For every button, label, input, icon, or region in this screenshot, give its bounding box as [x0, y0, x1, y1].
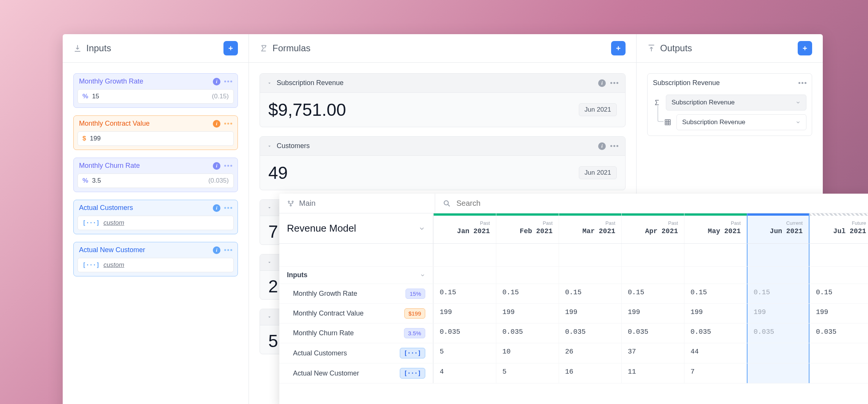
formula-date[interactable]: Jun 2021: [579, 103, 617, 116]
time-phase: Future: [816, 220, 866, 226]
formula-header[interactable]: Customers i: [260, 137, 625, 156]
search-bar[interactable]: [435, 194, 868, 213]
info-icon[interactable]: i: [598, 79, 606, 87]
row-label-cell[interactable]: Monthly Contract Value $199: [279, 304, 433, 323]
input-field[interactable]: [···] custom: [78, 216, 234, 230]
output-formula-select[interactable]: Subscription Revenue: [666, 95, 806, 110]
input-field[interactable]: $ 199: [78, 131, 234, 146]
more-icon[interactable]: [610, 82, 618, 84]
data-cell[interactable]: [747, 363, 809, 383]
data-cell[interactable]: 0.15: [496, 284, 559, 303]
data-cell[interactable]: 199: [559, 304, 621, 323]
data-cell[interactable]: 0.15: [433, 284, 496, 303]
data-cell[interactable]: 5: [496, 363, 559, 383]
add-output-button[interactable]: [798, 41, 812, 55]
info-icon[interactable]: i: [213, 120, 220, 128]
data-cell[interactable]: 0.15: [809, 284, 868, 303]
data-cell[interactable]: 0.15: [684, 284, 747, 303]
info-icon[interactable]: i: [598, 142, 606, 150]
data-cell[interactable]: 0.15: [621, 284, 684, 303]
formula-header[interactable]: Subscription Revenue i: [260, 74, 625, 93]
data-cell[interactable]: 4: [433, 363, 496, 383]
data-cell[interactable]: 199: [684, 304, 747, 323]
breadcrumb[interactable]: Main: [279, 194, 435, 213]
row-label-cell[interactable]: Actual Customers [···]: [279, 343, 433, 363]
data-cell[interactable]: 0.035: [809, 324, 868, 343]
data-cell[interactable]: 11: [621, 363, 684, 383]
data-cell[interactable]: 0.035: [747, 324, 809, 343]
info-icon[interactable]: i: [213, 78, 220, 85]
row-label-cell[interactable]: Actual New Customer [···]: [279, 363, 433, 383]
time-column-header[interactable]: Past Feb 2021: [496, 213, 559, 243]
inputs-header: Inputs: [63, 34, 249, 63]
data-cell[interactable]: 7: [684, 363, 747, 383]
section-inputs[interactable]: Inputs: [279, 267, 433, 284]
data-cell[interactable]: 199: [747, 304, 809, 323]
data-cell[interactable]: 199: [433, 304, 496, 323]
add-input-button[interactable]: [223, 41, 238, 55]
input-field[interactable]: [···] custom: [78, 258, 234, 272]
data-cell[interactable]: 0.035: [433, 324, 496, 343]
row-badge: [···]: [400, 348, 425, 358]
input-value[interactable]: 3.5: [92, 177, 204, 185]
data-cell[interactable]: 16: [559, 363, 621, 383]
output-more-icon[interactable]: [798, 82, 806, 84]
data-cell[interactable]: 0.035: [496, 324, 559, 343]
data-cell[interactable]: 199: [496, 304, 559, 323]
data-cell[interactable]: [809, 343, 868, 363]
formula-date[interactable]: Jun 2021: [579, 166, 617, 179]
more-icon[interactable]: [224, 123, 232, 125]
info-icon[interactable]: i: [213, 162, 220, 170]
data-cell[interactable]: 199: [809, 304, 868, 323]
add-formula-button[interactable]: [611, 41, 626, 55]
data-cell[interactable]: 0.035: [621, 324, 684, 343]
more-icon[interactable]: [224, 80, 232, 82]
info-icon[interactable]: i: [213, 246, 220, 254]
spacer-cell: [621, 244, 684, 266]
data-cell[interactable]: 0.15: [559, 284, 621, 303]
output-table-select[interactable]: Subscription Revenue: [676, 114, 806, 130]
spacer-cell: [559, 244, 621, 266]
data-cell[interactable]: 5: [433, 343, 496, 363]
row-label-cell[interactable]: Monthly Growth Rate 15%: [279, 284, 433, 303]
time-column-header[interactable]: Past Apr 2021: [621, 213, 684, 243]
data-cell[interactable]: 26: [559, 343, 621, 363]
data-row: Actual New Customer [···] 4516117: [279, 363, 868, 383]
data-cell[interactable]: 0.035: [559, 324, 621, 343]
search-input[interactable]: [456, 199, 865, 208]
input-value[interactable]: custom: [103, 219, 124, 227]
input-value[interactable]: 199: [90, 135, 229, 142]
data-cell[interactable]: [809, 363, 868, 383]
tree-icon: [287, 200, 295, 207]
time-column-header[interactable]: Current Jun 2021: [747, 213, 809, 243]
more-icon[interactable]: [610, 145, 618, 147]
formula-icon: [260, 44, 268, 52]
model-title-cell[interactable]: Revenue Model: [279, 213, 433, 243]
data-cell[interactable]: [747, 343, 809, 363]
data-cell[interactable]: 37: [621, 343, 684, 363]
more-icon[interactable]: [224, 165, 232, 167]
data-cell[interactable]: 0.15: [747, 284, 809, 303]
data-cell[interactable]: 0.035: [684, 324, 747, 343]
data-cell[interactable]: 44: [684, 343, 747, 363]
time-column-header[interactable]: Past Mar 2021: [559, 213, 621, 243]
row-label-cell[interactable]: Monthly Churn Rate 3.5%: [279, 324, 433, 343]
time-column-header[interactable]: Past Jan 2021: [433, 213, 496, 243]
time-phase: Past: [440, 220, 490, 226]
time-column-header[interactable]: Future Jul 2021: [809, 213, 868, 243]
data-cell[interactable]: 10: [496, 343, 559, 363]
input-card: Monthly Growth Rate i % 15 (0.15): [73, 73, 238, 108]
info-icon[interactable]: i: [213, 204, 220, 212]
data-row: Actual Customers [···] 510263744: [279, 343, 868, 363]
input-value[interactable]: 15: [92, 93, 208, 100]
data-cell[interactable]: 199: [621, 304, 684, 323]
input-field[interactable]: % 15 (0.15): [78, 89, 234, 104]
more-icon[interactable]: [224, 207, 232, 209]
time-column-header[interactable]: Past May 2021: [684, 213, 747, 243]
output-card: Subscription Revenue Subscription Revenu…: [647, 73, 812, 136]
row-label: Actual New Customer: [293, 369, 359, 377]
data-row: Monthly Contract Value $199 199199199199…: [279, 304, 868, 324]
input-field[interactable]: % 3.5 (0.035): [78, 174, 234, 188]
more-icon[interactable]: [224, 249, 232, 251]
input-value[interactable]: custom: [103, 261, 124, 269]
